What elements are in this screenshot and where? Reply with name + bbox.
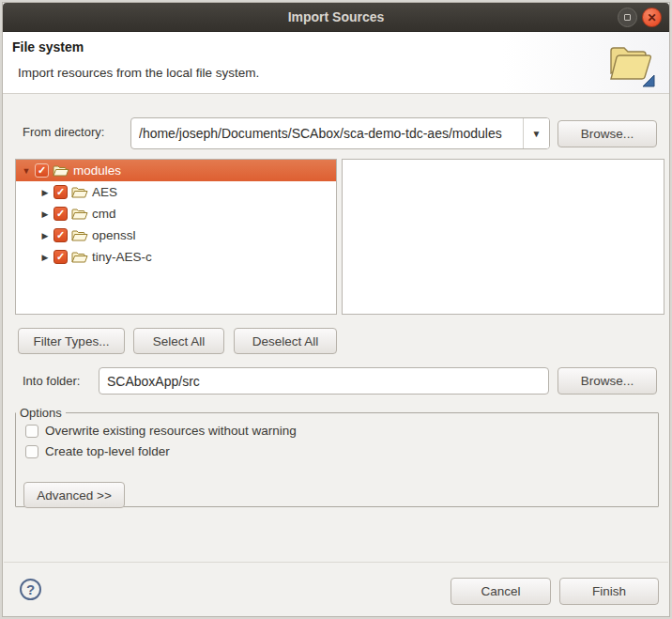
footer-divider	[4, 562, 668, 563]
cancel-button-label: Cancel	[481, 584, 520, 598]
maximize-icon	[624, 14, 631, 21]
checkbox-checked-icon[interactable]: ✓	[53, 228, 68, 242]
page-title: File system	[12, 39, 84, 54]
titlebar[interactable]: Import Sources ✕	[3, 3, 669, 32]
deselect-all-button[interactable]: Deselect All	[234, 328, 337, 354]
open-folder-icon	[605, 38, 656, 88]
checkbox-checked-icon[interactable]: ✓	[53, 185, 68, 199]
close-icon: ✕	[647, 12, 656, 23]
finish-button-label: Finish	[592, 584, 626, 598]
filter-types-label: Filter Types...	[34, 334, 110, 348]
tree-item-label: tiny-AES-c	[92, 250, 152, 264]
source-tree: ▼ ✓ modules ▶ ✓ AES ▶ ✓ cmd	[15, 159, 337, 315]
deselect-all-label: Deselect All	[252, 334, 319, 348]
maximize-button[interactable]	[618, 8, 637, 27]
into-folder-label: Into folder:	[23, 374, 80, 388]
check-icon: ✓	[38, 165, 46, 176]
chevron-down-icon: ▼	[532, 129, 542, 139]
cancel-button[interactable]: Cancel	[451, 578, 551, 605]
create-top-level-option[interactable]: Create top-level folder	[25, 444, 658, 458]
tree-row-openssl[interactable]: ▶ ✓ openssl	[16, 224, 336, 246]
options-group: Options Overwrite existing resources wit…	[15, 406, 659, 507]
folder-icon	[71, 251, 88, 264]
select-all-label: Select All	[153, 334, 206, 348]
titlebar-buttons: ✕	[618, 3, 662, 32]
checkbox-unchecked-icon[interactable]	[25, 445, 38, 458]
page-subtitle: Import resources from the local file sys…	[18, 66, 259, 80]
browse-directory-button[interactable]: Browse...	[557, 120, 657, 147]
select-all-button[interactable]: Select All	[133, 328, 224, 354]
from-directory-input[interactable]	[131, 118, 523, 148]
tree-item-label: AES	[92, 185, 117, 199]
from-directory-dropdown-button[interactable]: ▼	[523, 118, 549, 148]
from-directory-label: From directory:	[23, 125, 104, 139]
tree-row-cmd[interactable]: ▶ ✓ cmd	[16, 203, 336, 224]
collapse-arrow-icon[interactable]: ▶	[38, 188, 52, 197]
check-icon: ✓	[56, 230, 65, 240]
create-top-level-option-label: Create top-level folder	[45, 444, 170, 458]
browse-folder-label: Browse...	[581, 374, 634, 388]
tree-item-label: cmd	[92, 207, 116, 221]
advanced-button-label: Advanced >>	[37, 488, 112, 503]
filter-types-button[interactable]: Filter Types...	[18, 328, 125, 354]
collapse-arrow-icon[interactable]: ▶	[38, 253, 52, 262]
tree-row-tiny-aes-c[interactable]: ▶ ✓ tiny-AES-c	[16, 246, 336, 268]
checkbox-unchecked-icon[interactable]	[25, 425, 38, 438]
folder-icon	[71, 186, 88, 199]
close-button[interactable]: ✕	[642, 8, 662, 27]
tree-row-aes[interactable]: ▶ ✓ AES	[16, 181, 336, 203]
browse-folder-button[interactable]: Browse...	[557, 367, 657, 395]
overwrite-option-label: Overwrite existing resources without war…	[45, 424, 297, 438]
import-sources-dialog: Import Sources ✕ File system Import reso…	[0, 0, 672, 619]
dialog-header: File system Import resources from the lo…	[3, 32, 669, 94]
collapse-arrow-icon[interactable]: ▶	[38, 231, 52, 240]
folder-icon	[71, 229, 88, 242]
help-icon: ?	[26, 581, 35, 597]
advanced-button[interactable]: Advanced >>	[23, 482, 125, 508]
check-icon: ✓	[56, 252, 65, 262]
help-button[interactable]: ?	[20, 579, 41, 600]
expand-arrow-icon[interactable]: ▼	[20, 166, 33, 176]
check-icon: ✓	[56, 209, 65, 219]
window-title: Import Sources	[288, 9, 385, 24]
folder-icon	[71, 208, 88, 221]
from-directory-combo: ▼	[130, 117, 550, 149]
collapse-arrow-icon[interactable]: ▶	[38, 209, 52, 219]
checkbox-checked-icon[interactable]: ✓	[53, 250, 68, 264]
browse-directory-label: Browse...	[581, 127, 634, 141]
options-group-title: Options	[16, 406, 66, 420]
tree-item-label: openssl	[92, 228, 136, 242]
file-list-panel	[342, 159, 664, 315]
tree-row-modules[interactable]: ▼ ✓ modules	[16, 160, 336, 181]
into-folder-input[interactable]	[99, 367, 549, 395]
finish-button[interactable]: Finish	[559, 578, 659, 605]
tree-item-label: modules	[73, 163, 121, 178]
checkbox-checked-icon[interactable]: ✓	[35, 163, 49, 178]
check-icon: ✓	[56, 187, 65, 197]
overwrite-option[interactable]: Overwrite existing resources without war…	[25, 424, 658, 438]
checkbox-checked-icon[interactable]: ✓	[53, 207, 68, 221]
folder-icon	[53, 164, 69, 178]
